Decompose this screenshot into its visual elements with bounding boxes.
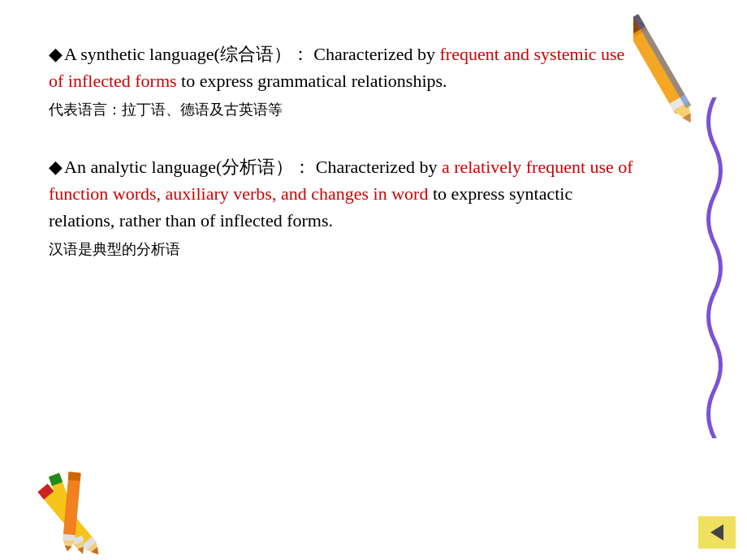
synthetic-chinese-note: 代表语言：拉丁语、德语及古英语等 <box>49 99 633 121</box>
pencils-bottom-left-decoration <box>16 471 130 560</box>
svg-marker-21 <box>64 545 72 552</box>
svg-rect-6 <box>633 14 691 108</box>
synthetic-suffix: to express grammatical relationships. <box>177 71 447 91</box>
analytic-prefix: An analytic language(分析语）： Characterized… <box>64 157 442 177</box>
main-content: ◆A synthetic language(综合语）： Characterize… <box>49 41 633 495</box>
synthetic-language-block: ◆A synthetic language(综合语）： Characterize… <box>49 41 633 121</box>
wavy-line-decoration <box>698 97 731 438</box>
back-arrow-icon <box>710 524 723 541</box>
analytic-language-block: ◆An analytic language(分析语）： Characterize… <box>49 153 633 261</box>
synthetic-language-text: ◆A synthetic language(综合语）： Characterize… <box>49 41 633 94</box>
back-navigation-button[interactable] <box>698 516 736 549</box>
svg-rect-18 <box>68 472 81 480</box>
analytic-chinese-note: 汉语是典型的分析语 <box>49 239 633 261</box>
svg-rect-19 <box>63 534 76 541</box>
bullet-1: ◆ <box>49 44 63 64</box>
bullet-2: ◆ <box>49 157 63 177</box>
analytic-language-text: ◆An analytic language(分析语）： Characterize… <box>49 153 633 234</box>
synthetic-prefix: A synthetic language(综合语）： Characterized… <box>64 44 439 64</box>
pencil-top-right-decoration <box>633 0 698 146</box>
